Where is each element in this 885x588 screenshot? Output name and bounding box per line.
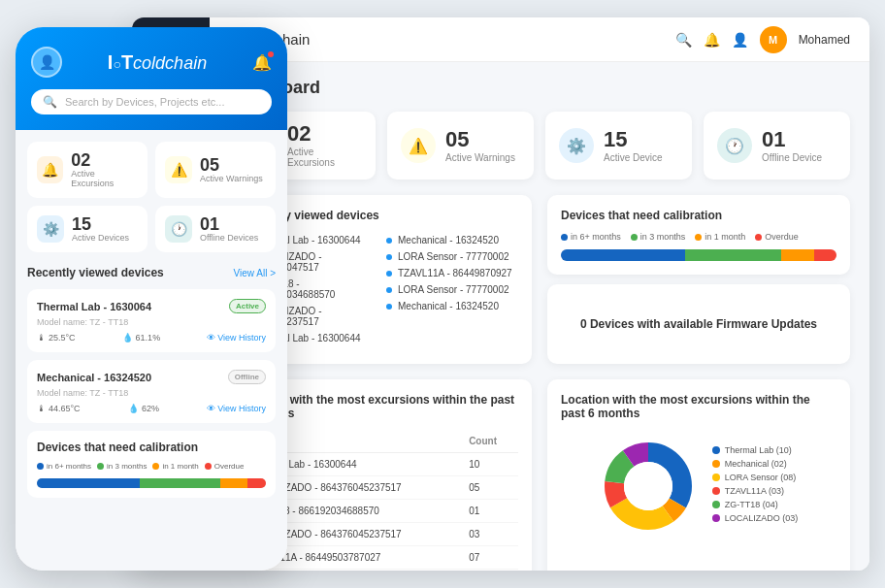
stat-card-offline: 🕐 01 Offline Device xyxy=(704,112,850,180)
col-count: Count xyxy=(461,430,518,453)
list-item: TZAVL11A - 86449870927 xyxy=(386,265,518,281)
mobile-search-bar[interactable]: 🔍 Search by Devices, Projects etc... xyxy=(31,89,272,114)
view-all-link[interactable]: View All > xyxy=(234,268,276,278)
mobile-body: 🔔 02 Active Excursions ⚠️ 05 Active Warn… xyxy=(16,130,287,571)
firmware-card: 0 Devices with available Firmware Update… xyxy=(547,284,850,364)
device-card-2: Mechanical - 16324520 Offline Model name… xyxy=(27,360,276,423)
warnings-num-d: 05 xyxy=(445,129,515,150)
search-icon: 🔍 xyxy=(43,95,57,109)
list-item: Mechanical - 16324520 xyxy=(386,298,518,314)
chart-card: Location with the most excursions within… xyxy=(547,379,850,571)
chart-legend: Thermal Lab (10) Mechanical (02) LORA Se… xyxy=(712,445,799,527)
calibration-card: Devices that need calibration in 6+ mont… xyxy=(547,195,850,275)
bottom-two-col: Devices with the most excursions within … xyxy=(229,379,850,571)
active-num-d: 15 xyxy=(604,129,663,150)
main-content: I○Tcoldchain 🔍 🔔 👤 M Mohamed Dashboard xyxy=(210,17,869,571)
recently-viewed-header: Recently viewed devices View All > xyxy=(27,266,276,279)
calibration-bar-d xyxy=(561,249,836,261)
excursions-icon: 🔔 xyxy=(37,156,63,183)
calib-seg-6months xyxy=(561,249,685,261)
device-name-1: Thermal Lab - 1630064 xyxy=(37,301,151,312)
stat-card-warnings: ⚠️ 05 Active Warnings xyxy=(387,112,534,180)
offline-icon-d: 🕐 xyxy=(717,128,752,163)
device-humidity-2: 62% xyxy=(142,404,159,413)
view-history-btn-2[interactable]: 👁 View History xyxy=(207,404,266,413)
excursions-lbl-d: Active Excursions xyxy=(287,147,362,168)
dashboard-title: Dashboard xyxy=(229,78,850,98)
list-item: LORA Sensor - 77770002 xyxy=(386,248,518,265)
svg-point-6 xyxy=(624,462,672,510)
mobile-avatar: 👤 xyxy=(31,47,62,78)
stats-row: 🔔 02 Active Excursions ⚠️ 05 Active Warn… xyxy=(229,112,850,180)
warnings-icon-d: ⚠️ xyxy=(401,128,436,163)
mobile-stat-warnings: ⚠️ 05 Active Warnings xyxy=(155,142,276,198)
mobile-stats-grid: 🔔 02 Active Excursions ⚠️ 05 Active Warn… xyxy=(27,142,276,252)
active-lbl-d: Active Device xyxy=(604,152,663,163)
calib-seg-3months xyxy=(685,249,781,261)
mobile-logo: I○Tcoldchain xyxy=(108,51,207,74)
warnings-lbl-d: Active Warnings xyxy=(445,152,515,163)
mid-two-col: Recently viewed devices Thermal Lab - 16… xyxy=(229,195,850,364)
mobile-logo-text: I○Tcoldchain xyxy=(108,51,207,74)
calibration-bar xyxy=(37,478,266,488)
temp-icon-2: 🌡 xyxy=(37,404,46,413)
device-model-2: Model name: TZ - TT18 xyxy=(37,388,266,398)
temp-icon-1: 🌡 xyxy=(37,333,46,343)
warnings-label: Active Warnings xyxy=(200,174,263,183)
calibration-section: Devices that need calibration in 6+ mont… xyxy=(27,431,276,498)
search-icon-top[interactable]: 🔍 xyxy=(675,32,692,48)
dashboard-body: Dashboard 🔔 02 Active Excursions ⚠️ 05 xyxy=(210,62,869,571)
mobile-header: 👤 I○Tcoldchain 🔔 🔍 Search by Devices, Pr… xyxy=(16,27,287,130)
calibration-title: Devices that need calibration xyxy=(37,441,266,454)
active-devices-label: Active Devices xyxy=(72,233,129,243)
warnings-number: 05 xyxy=(200,156,263,174)
offline-lbl-d: Offline Device xyxy=(762,152,822,163)
user-name: Mohamed xyxy=(799,33,850,47)
view-history-btn-1[interactable]: 👁 View History xyxy=(207,333,266,343)
device-list-col2: Mechanical - 16324520 LORA Sensor - 7777… xyxy=(386,232,518,346)
right-column: Devices that need calibration in 6+ mont… xyxy=(547,195,850,364)
calibration-card-title: Devices that need calibration xyxy=(561,209,836,222)
history-icon-1: 👁 xyxy=(207,333,215,343)
humidity-icon-1: 💧 xyxy=(122,333,133,343)
notifications-icon[interactable]: 🔔 xyxy=(704,32,720,48)
humidity-icon-2: 💧 xyxy=(128,404,139,413)
settings-icon[interactable]: 👤 xyxy=(732,32,748,48)
mobile-stat-offline: 🕐 01 Offline Devices xyxy=(155,206,276,252)
mobile-stat-excursions: 🔔 02 Active Excursions xyxy=(27,142,148,198)
device-status-1: Active xyxy=(229,299,266,313)
active-icon-d: ⚙️ xyxy=(559,128,594,163)
list-item: Mechanical - 16324520 xyxy=(386,232,518,248)
calib-seg-overdue xyxy=(814,249,836,261)
recently-viewed-title: Recently viewed devices xyxy=(27,266,164,279)
stat-card-active: ⚙️ 15 Active Device xyxy=(545,112,692,180)
calibration-legend-d: in 6+ months in 3 months in 1 month Over… xyxy=(561,232,836,242)
mobile-bell-icon[interactable]: 🔔 xyxy=(252,53,272,72)
calib-seg-1month xyxy=(781,249,814,261)
offline-num-d: 01 xyxy=(762,129,822,150)
offline-icon: 🕐 xyxy=(165,215,192,243)
active-devices-icon: ⚙️ xyxy=(37,215,64,243)
offline-label: Offline Devices xyxy=(200,233,258,243)
device-temp-2: 44.65°C xyxy=(49,404,81,413)
donut-chart xyxy=(600,438,697,535)
search-placeholder: Search by Devices, Projects etc... xyxy=(65,96,224,108)
excursions-label: Active Excursions xyxy=(71,169,138,188)
device-model-1: Model name: TZ - TT18 xyxy=(37,317,266,327)
device-card-1: Thermal Lab - 1630064 Active Model name:… xyxy=(27,289,276,352)
list-item: LORA Sensor - 77770002 xyxy=(386,281,518,298)
excursions-num-d: 02 xyxy=(287,123,362,145)
mobile-app: 👤 I○Tcoldchain 🔔 🔍 Search by Devices, Pr… xyxy=(16,27,287,571)
device-temp-1: 25.5°C xyxy=(49,333,76,343)
history-icon-2: 👁 xyxy=(207,404,215,413)
device-humidity-1: 61.1% xyxy=(136,333,161,343)
mobile-stat-active-devices: ⚙️ 15 Active Devices xyxy=(27,206,148,252)
calibration-legend: in 6+ months in 3 months in 1 month Over… xyxy=(37,462,266,471)
offline-number: 01 xyxy=(200,215,258,233)
device-status-2: Offline xyxy=(228,370,266,384)
donut-container: Thermal Lab (10) Mechanical (02) LORA Se… xyxy=(561,430,836,542)
firmware-text: 0 Devices with available Firmware Update… xyxy=(561,298,836,350)
chart-title: Location with the most excursions within… xyxy=(561,393,836,420)
user-avatar: M xyxy=(760,26,787,53)
excursions-number: 02 xyxy=(71,151,138,169)
